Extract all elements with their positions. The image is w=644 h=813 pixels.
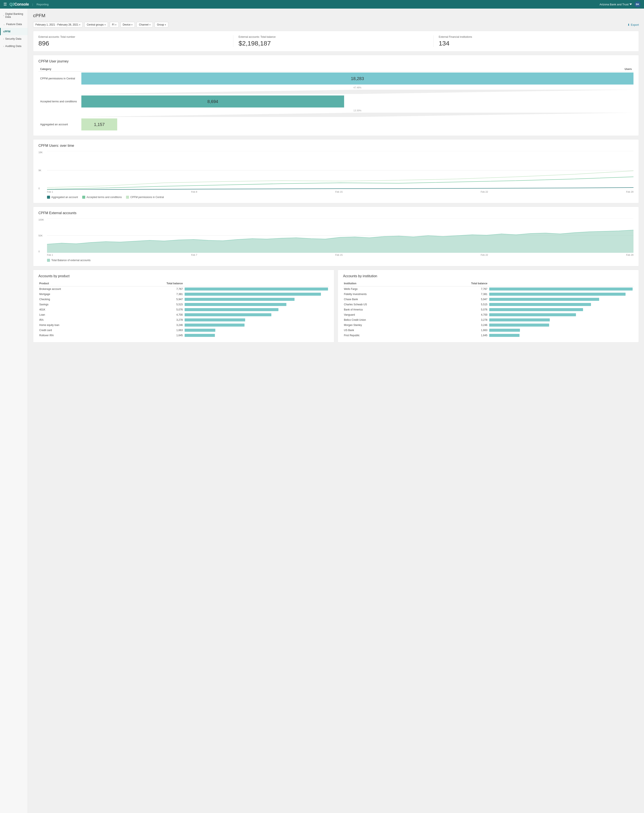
institution-balance: 1,663: [427, 328, 488, 333]
central-groups-filter[interactable]: Central groups ▾: [84, 22, 108, 28]
area-chart-section: CPFM External accounts 100K 50K 0 Feb 1: [33, 207, 639, 266]
sidebar-label: Feature Data: [6, 23, 22, 26]
line-chart-legend: Aggregated an account Accepted terms and…: [47, 196, 633, 199]
funnel-row: Accepted terms and conditions 8,694: [38, 95, 633, 108]
hamburger-icon[interactable]: ☰: [3, 2, 7, 7]
col-balance: Total balance: [120, 281, 184, 286]
product-balance: 5,515: [120, 302, 184, 307]
institution-balance: 3,246: [427, 323, 488, 328]
area-chart-x-labels: Feb 1 Feb 7 Feb 15 Feb 22 Feb 29: [47, 254, 633, 256]
funnel-row: 13.30%: [38, 108, 633, 118]
funnel-col-users: Users: [81, 67, 633, 72]
funnel-col-category: Category: [38, 67, 81, 72]
filter-bar: February 1, 2021 - February 28, 2021 ▾ C…: [33, 22, 639, 28]
stat-label: External Financial institutions: [439, 35, 628, 38]
chevron-down-icon: ▾: [131, 24, 132, 26]
product-bar-cell: [184, 307, 329, 312]
product-name: IRA: [38, 317, 120, 323]
table-row: IRA 3,278: [38, 317, 329, 323]
chevron-right-icon: ›: [3, 14, 4, 17]
area-chart-title: CPFM External accounts: [38, 211, 633, 215]
sidebar: › Digital Banking Data ⌄ Feature Data cP…: [0, 9, 28, 813]
institution-balance: 4,700: [427, 312, 488, 317]
product-balance: 7,381: [120, 292, 184, 297]
institution-balance: 5,515: [427, 302, 488, 307]
bank-selector[interactable]: Arizona Bank and Trust: [600, 3, 632, 6]
institution-name: Morgan Stanley: [343, 323, 427, 328]
stat-value: $2,198,187: [239, 40, 428, 47]
institution-name: Vanguard: [343, 312, 427, 317]
table-row: Bank of America 5,076: [343, 307, 633, 312]
institution-bar-cell: [488, 317, 634, 323]
bank-name: Arizona Bank and Trust: [600, 3, 629, 6]
product-bar-cell: [184, 297, 329, 302]
accounts-by-product-table: Product Total balance Brokerage account …: [38, 281, 329, 338]
sidebar-item-cpfm[interactable]: cPFM: [0, 28, 28, 35]
institution-balance: 5,947: [427, 297, 488, 302]
channel-filter[interactable]: Channel ▾: [136, 22, 153, 28]
funnel-row: Aggregated an account 1,157: [38, 118, 633, 131]
table-row: Credit card 1,663: [38, 328, 329, 333]
table-row: Chase Bank 5,947: [343, 297, 633, 302]
product-balance: 5,947: [120, 297, 184, 302]
nav-divider: |: [32, 3, 33, 6]
date-range-filter[interactable]: February 1, 2021 - February 28, 2021 ▾: [33, 22, 83, 28]
funnel-chart-section: CPFM User journey Category Users CPFM pe…: [33, 55, 639, 136]
top-nav: ☰ Q2Console | Reporting Arizona Bank and…: [0, 0, 644, 9]
chevron-right-icon: ›: [3, 38, 4, 40]
table-row: Fidelity Investments 7,381: [343, 292, 633, 297]
funnel-bar-cell: 1,157: [81, 118, 633, 131]
avatar: BK: [635, 1, 641, 7]
product-balance: 4,700: [120, 312, 184, 317]
group-filter[interactable]: Group ▾: [155, 22, 168, 28]
nav-reporting: Reporting: [37, 3, 49, 6]
legend-terms: Accepted terms and conditions: [82, 196, 122, 199]
export-button[interactable]: ⬇ Export: [627, 23, 639, 26]
institution-name: Bellco Credit Union: [343, 317, 427, 323]
sidebar-label: Security Data: [5, 37, 21, 40]
institution-bar-cell: [488, 307, 634, 312]
svg-marker-0: [81, 90, 633, 94]
funnel-row-label: Aggregated an account: [38, 118, 81, 131]
fi-filter[interactable]: FI ▾: [110, 22, 119, 28]
institution-bar-cell: [488, 286, 634, 292]
product-name: Rollover IRA: [38, 333, 120, 338]
product-bar-cell: [184, 312, 329, 317]
funnel-pct-label: [38, 86, 81, 95]
institution-balance: 1,645: [427, 333, 488, 338]
institution-name: First Republic: [343, 333, 427, 338]
bottom-row: Accounts by product Product Total balanc…: [33, 270, 639, 343]
sidebar-item-auditing-data[interactable]: › Auditing Data: [0, 43, 28, 50]
table-row: Rollover IRA 1,645: [38, 333, 329, 338]
institution-bar-cell: [488, 292, 634, 297]
line-chart-y-labels: 18K 9K 0: [38, 151, 43, 190]
table-row: Loan 4,700: [38, 312, 329, 317]
table-row: Mortgage 7,381: [38, 292, 329, 297]
legend-aggregated: Aggregated an account: [47, 196, 78, 199]
sidebar-item-security-data[interactable]: › Security Data: [0, 35, 28, 43]
logo: Q2Console: [9, 2, 29, 7]
table-row: Bellco Credit Union 3,278: [343, 317, 633, 323]
institution-balance: 3,278: [427, 317, 488, 323]
sidebar-item-feature-data[interactable]: ⌄ Feature Data: [0, 21, 28, 28]
institution-bar-cell: [488, 302, 634, 307]
funnel-row: CPFM permissions in Central 18,283: [38, 72, 633, 86]
table-row: Morgan Stanley 3,246: [343, 323, 633, 328]
device-filter[interactable]: Device ▾: [120, 22, 135, 28]
line-chart-section: CPFM Users: over time 18K 9K 0: [33, 139, 639, 203]
stat-value: 134: [439, 40, 628, 47]
line-chart-x-labels: Feb 1 Feb 8 Feb 15 Feb 22 Feb 29: [47, 191, 633, 193]
sidebar-item-digital-banking[interactable]: › Digital Banking Data: [0, 10, 28, 21]
product-bar-cell: [184, 302, 329, 307]
chevron-down-icon: ⌄: [3, 23, 5, 26]
col-balance: Total balance: [427, 281, 488, 286]
institution-bar-cell: [488, 328, 634, 333]
sidebar-label: cPFM: [3, 30, 10, 33]
main-content: cPFM February 1, 2021 - February 28, 202…: [28, 9, 644, 813]
stat-card-fi: External Financial institutions 134: [439, 35, 633, 47]
sidebar-label: Auditing Data: [5, 44, 21, 47]
stat-label: External accounts: Total balance: [239, 35, 428, 38]
product-bar-cell: [184, 292, 329, 297]
table-row: Charles Schwab US 5,515: [343, 302, 633, 307]
product-name: Credit card: [38, 328, 120, 333]
